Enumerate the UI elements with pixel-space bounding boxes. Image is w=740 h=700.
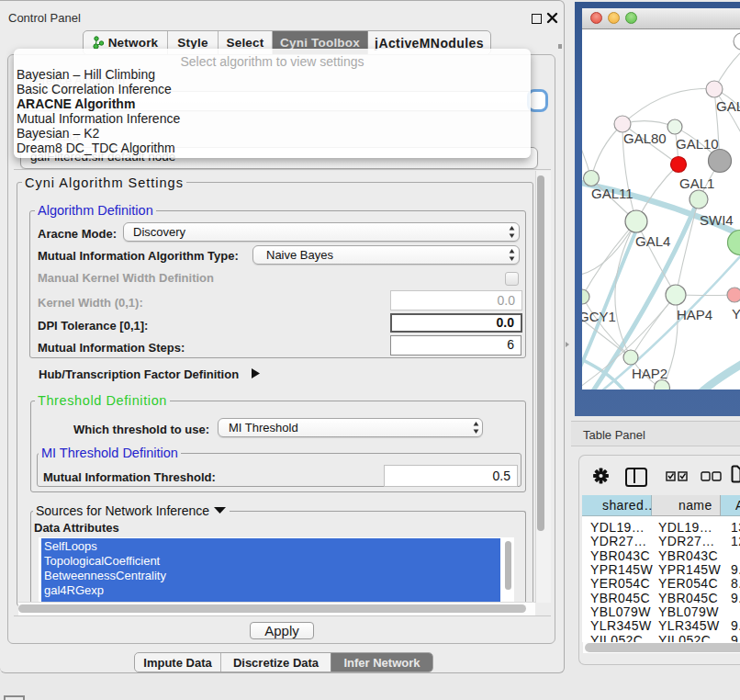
svg-text:GAL4: GAL4 (635, 233, 670, 249)
svg-text:GAL80: GAL80 (623, 130, 667, 146)
svg-text:GAL11: GAL11 (591, 186, 633, 201)
svg-text:GAL10: GAL10 (676, 136, 719, 152)
svg-text:YJ: YJ (732, 306, 740, 322)
svg-text:GAL7: GAL7 (716, 98, 740, 114)
svg-text:SWI4: SWI4 (700, 212, 734, 228)
svg-text:GCY1: GCY1 (582, 309, 616, 324)
svg-text:HAP4: HAP4 (677, 307, 712, 322)
svg-text:GAL1: GAL1 (679, 175, 714, 191)
svg-text:HAP2: HAP2 (632, 366, 667, 381)
